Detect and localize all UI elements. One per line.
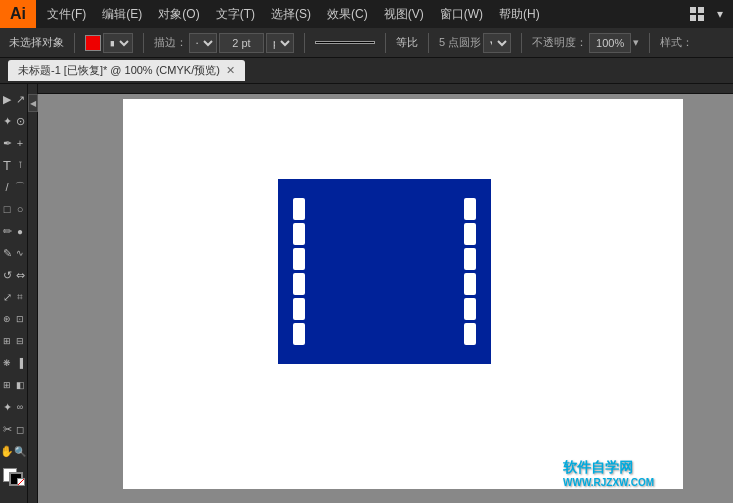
tab-document[interactable]: 未标题-1 [已恢复]* @ 100% (CMYK/预览) ✕	[8, 60, 245, 81]
gradient-tool[interactable]: ◧	[14, 374, 27, 396]
scissors-tool[interactable]: ✂	[1, 418, 14, 440]
symbol-sprayer-tool[interactable]: ❋	[1, 352, 14, 374]
points-shape-section: 5 点圆形 ▾	[436, 33, 514, 53]
reflect-tool[interactable]: ⇔	[14, 264, 27, 286]
pen-tool[interactable]: ✒	[1, 132, 14, 154]
opacity-arrow[interactable]: ▾	[633, 36, 639, 49]
perforations-right	[461, 185, 479, 358]
watermark-line1: 软件自学网	[563, 459, 654, 477]
rotate-tool[interactable]: ↺	[1, 264, 14, 286]
pencil-tool[interactable]: ✎	[1, 242, 14, 264]
line-tool[interactable]: /	[1, 176, 14, 198]
stroke-unit-select[interactable]: pt	[266, 33, 294, 53]
film-strip-graphic	[278, 179, 491, 364]
brush-tool[interactable]: ✏	[1, 220, 14, 242]
menu-view[interactable]: 视图(V)	[377, 4, 431, 25]
type-tool[interactable]: T	[1, 154, 14, 176]
stroke-fill-indicator[interactable]	[3, 468, 25, 486]
canvas-area: ◀	[28, 84, 733, 503]
window-controls: ▾	[683, 0, 729, 28]
zoom-tool[interactable]: 🔍	[14, 440, 27, 462]
ai-logo: Ai	[0, 0, 36, 28]
toolbox: ▶ ↗ ✦ ⊙ ✒ + T ⊺ / ⌒ □ ○ ✏ ● ✎ ∿	[0, 84, 28, 503]
points-shape-select[interactable]: ▾	[483, 33, 511, 53]
type-sub-tool[interactable]: ⊺	[14, 154, 27, 176]
scale-tool[interactable]: ⤢	[1, 286, 14, 308]
workspace-icon[interactable]	[683, 0, 711, 28]
canvas-paper: 软件自学网 WWW.RJZXW.COM	[123, 99, 683, 489]
menu-window[interactable]: 窗口(W)	[433, 4, 490, 25]
menu-select[interactable]: 选择(S)	[264, 4, 318, 25]
free-transform-tool[interactable]: ⊞	[1, 330, 14, 352]
tab-title: 未标题-1 [已恢复]* @ 100% (CMYK/预览)	[18, 63, 220, 78]
tab-bar: 未标题-1 [已恢复]* @ 100% (CMYK/预览) ✕	[0, 58, 733, 84]
toolbar: 未选择对象 ■ 描边： ╌ pt 等比 5 点圆形 ▾ 不透明度： ▾ 样式：	[0, 28, 733, 58]
perf-right-5	[464, 298, 476, 320]
blend-tool[interactable]: ∞	[14, 396, 27, 418]
shear-tool[interactable]: ⌗	[14, 286, 27, 308]
pen-sub-tool[interactable]: +	[14, 132, 27, 154]
ruler-horizontal	[28, 84, 733, 94]
mesh-tool[interactable]: ⊞	[1, 374, 14, 396]
stroke-width-input[interactable]	[219, 33, 264, 53]
svg-rect-1	[698, 7, 704, 13]
stroke-preview	[315, 41, 375, 44]
smooth-tool[interactable]: ∿	[14, 242, 27, 264]
watermark: 软件自学网 WWW.RJZXW.COM	[563, 459, 654, 488]
opacity-input[interactable]	[589, 33, 631, 53]
watermark-line2: WWW.RJZXW.COM	[563, 477, 654, 488]
fill-swatch[interactable]	[85, 35, 101, 51]
perf-left-2	[293, 223, 305, 245]
title-bar: Ai 文件(F) 编辑(E) 对象(O) 文字(T) 选择(S) 效果(C) 视…	[0, 0, 733, 28]
equal-ratio-label: 等比	[393, 35, 421, 50]
stroke-type-select[interactable]: ╌	[189, 33, 217, 53]
tab-close-button[interactable]: ✕	[226, 64, 235, 77]
puppet-warp-tool[interactable]: ⊟	[14, 330, 27, 352]
no-selection-label: 未选择对象	[6, 35, 67, 50]
warp-sub-tool[interactable]: ⊡	[14, 308, 27, 330]
ruler-vertical	[28, 84, 38, 503]
perf-left-3	[293, 248, 305, 270]
divider7	[649, 33, 650, 53]
lasso-tool[interactable]: ⊙	[14, 110, 27, 132]
opacity-section: 不透明度： ▾	[529, 33, 642, 53]
style-label: 样式：	[657, 35, 696, 50]
divider1	[74, 33, 75, 53]
film-outer-border	[278, 179, 491, 364]
direct-selection-tool[interactable]: ↗	[14, 88, 27, 110]
stroke-section: 描边： ╌ pt	[151, 33, 297, 53]
panel-collapse-arrow[interactable]: ◀	[28, 94, 38, 112]
perf-right-3	[464, 248, 476, 270]
stroke-line-display	[312, 41, 378, 44]
fill-color-swatch[interactable]: ■	[82, 33, 136, 53]
fill-select[interactable]: ■	[103, 33, 133, 53]
menu-effect[interactable]: 效果(C)	[320, 4, 375, 25]
blob-brush-tool[interactable]: ●	[14, 220, 27, 242]
column-graph-tool[interactable]: ▐	[14, 352, 27, 374]
menu-file[interactable]: 文件(F)	[40, 4, 93, 25]
rect-tool[interactable]: □	[1, 198, 14, 220]
svg-rect-0	[690, 7, 696, 13]
eraser-tool[interactable]: ◻	[14, 418, 27, 440]
perf-right-6	[464, 323, 476, 345]
divider4	[385, 33, 386, 53]
divider2	[143, 33, 144, 53]
perf-left-5	[293, 298, 305, 320]
menu-bar: 文件(F) 编辑(E) 对象(O) 文字(T) 选择(S) 效果(C) 视图(V…	[36, 0, 733, 28]
ellipse-tool[interactable]: ○	[14, 198, 27, 220]
workspace-dropdown[interactable]: ▾	[711, 0, 729, 28]
main-area: ▶ ↗ ✦ ⊙ ✒ + T ⊺ / ⌒ □ ○ ✏ ● ✎ ∿	[0, 84, 733, 503]
menu-object[interactable]: 对象(O)	[151, 4, 206, 25]
menu-help[interactable]: 帮助(H)	[492, 4, 547, 25]
selection-tool[interactable]: ▶	[1, 88, 14, 110]
warp-tool[interactable]: ⊛	[1, 308, 14, 330]
svg-rect-3	[698, 15, 704, 21]
menu-edit[interactable]: 编辑(E)	[95, 4, 149, 25]
hand-tool[interactable]: ✋	[1, 440, 14, 462]
magic-wand-tool[interactable]: ✦	[1, 110, 14, 132]
eyedropper-tool[interactable]: ✦	[1, 396, 14, 418]
menu-text[interactable]: 文字(T)	[209, 4, 262, 25]
divider3	[304, 33, 305, 53]
perf-right-2	[464, 223, 476, 245]
arc-tool[interactable]: ⌒	[14, 176, 27, 198]
